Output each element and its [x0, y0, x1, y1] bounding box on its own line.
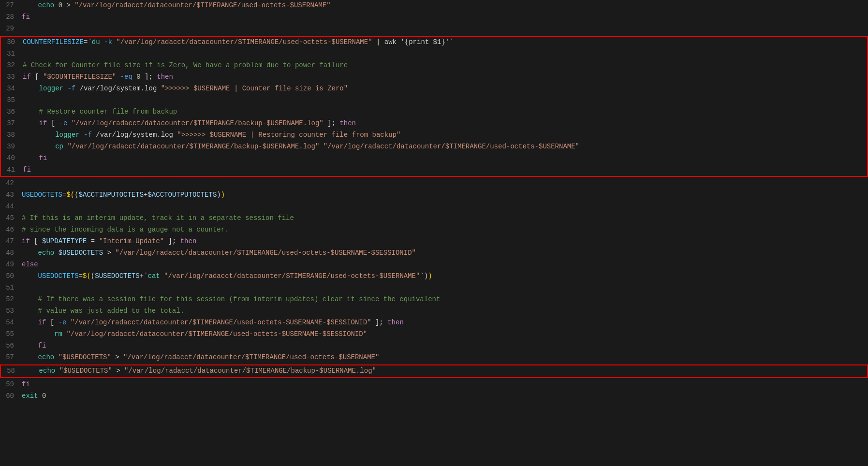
- token-plain: /var/log/system.log: [92, 131, 177, 139]
- line-content: rm "/var/log/radacct/datacounter/$TIMERA…: [22, 329, 868, 339]
- line-content: fi: [23, 153, 867, 163]
- line-content: USEDOCTETS=$(($ACCTINPUTOCTETS+$ACCTOUTP…: [22, 189, 868, 200]
- line-number: 43: [0, 189, 22, 200]
- token-plain: [67, 119, 71, 127]
- code-line-30: 30COUNTERFILESIZE=`du -k "/var/log/radac…: [1, 37, 867, 48]
- token-plain: ): [217, 191, 221, 199]
- code-line-29: 29: [0, 23, 868, 35]
- line-number: 58: [1, 365, 23, 376]
- code-editor: 27 echo 0 > "/var/log/radacct/datacounte…: [0, 0, 868, 466]
- code-line-37: 37 if [ -e "/var/log/radacct/datacounter…: [1, 118, 867, 130]
- line-number: 38: [1, 130, 23, 140]
- token-plain: (: [74, 191, 78, 199]
- line-number: 30: [1, 37, 23, 47]
- line-content: fi: [22, 379, 868, 390]
- code-line-59: 59fi: [0, 379, 868, 391]
- token-comment: # If this is an interim update, track it…: [22, 214, 294, 222]
- token-str: "$COUNTERFILESIZE": [43, 73, 116, 81]
- token-cmd: logger: [55, 131, 79, 139]
- code-line-50: 50 USEDOCTETS=$(($USEDOCTETS+`cat "/var/…: [0, 271, 868, 282]
- line-number: 49: [0, 259, 22, 270]
- token-plain: [23, 367, 39, 375]
- token-plain: =`: [84, 38, 92, 46]
- token-str: "/var/log/radacct/datacounter/$TIMERANGE…: [72, 119, 324, 127]
- code-line-58: 58 echo "$USEDOCTETS" > "/var/log/radacc…: [1, 365, 867, 377]
- token-cmd: exit: [22, 392, 38, 400]
- token-flag: -eq: [120, 73, 132, 81]
- token-plain: [55, 367, 59, 375]
- token-str: ">>>>>> $USERNAME | Restoring counter fi…: [177, 131, 400, 139]
- token-flag: -e: [59, 119, 68, 127]
- code-line-53: 53 # value was just added to the total.: [0, 306, 868, 317]
- line-content: logger -f /var/log/system.log ">>>>>> $U…: [23, 83, 867, 94]
- line-number: 34: [1, 83, 23, 94]
- token-str: "$USEDOCTETS": [59, 353, 111, 361]
- token-plain: [116, 73, 120, 81]
- token-str: ">>>>>> $USERNAME | Counter file size is…: [161, 85, 348, 92]
- token-plain: /var/log/system.log: [75, 85, 161, 92]
- token-str: "/var/log/radacct/datacounter/$TIMERANGE…: [74, 1, 330, 9]
- code-line-28: 28fi: [0, 12, 868, 23]
- token-plain: [22, 1, 38, 9]
- token-cmd: cat: [147, 272, 160, 280]
- token-str: "/var/log/radacct/datacounter/$TIMERANGE…: [164, 272, 420, 280]
- token-flag: -e: [59, 319, 67, 326]
- line-number: 59: [0, 379, 22, 390]
- token-plain: (: [91, 272, 95, 280]
- line-content: [22, 201, 868, 212]
- token-plain: [22, 330, 54, 338]
- line-content: echo 0 > "/var/log/radacct/datacounter/$…: [22, 0, 868, 11]
- line-content: [23, 95, 867, 105]
- token-str: "/var/log/radacct/datacounter/$TIMERANGE…: [67, 143, 319, 150]
- line-number: 29: [0, 23, 22, 34]
- code-line-41: 41fi: [1, 164, 867, 176]
- highlighted-code-block-2: 58 echo "$USEDOCTETS" > "/var/log/radacc…: [0, 364, 868, 378]
- line-number: 50: [0, 271, 22, 281]
- token-plain: [319, 143, 323, 150]
- token-plain: [22, 295, 38, 303]
- token-kw: else: [22, 261, 38, 268]
- token-plain: [66, 319, 70, 326]
- line-number: 51: [0, 282, 22, 293]
- token-cmd: logger: [39, 85, 63, 92]
- token-kw: then: [157, 73, 173, 81]
- line-content: [22, 282, 868, 293]
- line-number: 39: [1, 141, 23, 152]
- code-line-27: 27 echo 0 > "/var/log/radacct/datacounte…: [0, 0, 868, 12]
- token-kw: then: [339, 119, 356, 127]
- token-var: $USEDOCTETS: [59, 249, 103, 257]
- line-content: # If there was a session file for this s…: [22, 294, 868, 305]
- token-plain: [54, 353, 58, 361]
- line-number: 37: [1, 118, 23, 129]
- token-str: "$USEDOCTETS": [59, 367, 112, 375]
- line-content: [22, 23, 868, 34]
- token-plain: =: [87, 237, 99, 245]
- token-flag: -f: [84, 131, 92, 139]
- token-var: $USEDOCTETS: [95, 272, 139, 280]
- token-kw: then: [387, 319, 404, 326]
- token-bracket: ): [221, 191, 225, 199]
- token-kw: then: [180, 237, 197, 245]
- code-line-47: 47if [ $UPDATETYPE = "Interim-Update" ];…: [0, 236, 868, 248]
- code-line-38: 38 logger -f /var/log/system.log ">>>>>>…: [1, 130, 867, 141]
- line-content: # Restore counter file from backup: [23, 106, 867, 117]
- token-plain: | awk '{print $1}'`: [372, 38, 454, 46]
- token-bracket: $(: [83, 272, 91, 280]
- line-number: 57: [0, 352, 22, 363]
- token-plain: ): [424, 272, 428, 280]
- token-cmd: rm: [54, 330, 62, 338]
- line-content: exit 0: [22, 391, 868, 401]
- token-plain: `: [420, 272, 424, 280]
- token-plain: >: [62, 1, 74, 9]
- token-plain: [54, 1, 58, 9]
- line-content: logger -f /var/log/system.log ">>>>>> $U…: [23, 130, 867, 140]
- line-content: [23, 48, 867, 59]
- token-cmd: du: [92, 38, 100, 46]
- token-var: $ACCTINPUTOCTETS: [79, 191, 144, 199]
- code-line-43: 43USEDOCTETS=$(($ACCTINPUTOCTETS+$ACCTOU…: [0, 189, 868, 201]
- token-kw: fi: [39, 154, 47, 162]
- token-assign: USEDOCTETS: [38, 272, 79, 280]
- code-line-49: 49else: [0, 259, 868, 271]
- token-plain: ];: [141, 73, 157, 81]
- line-number: 40: [1, 153, 23, 163]
